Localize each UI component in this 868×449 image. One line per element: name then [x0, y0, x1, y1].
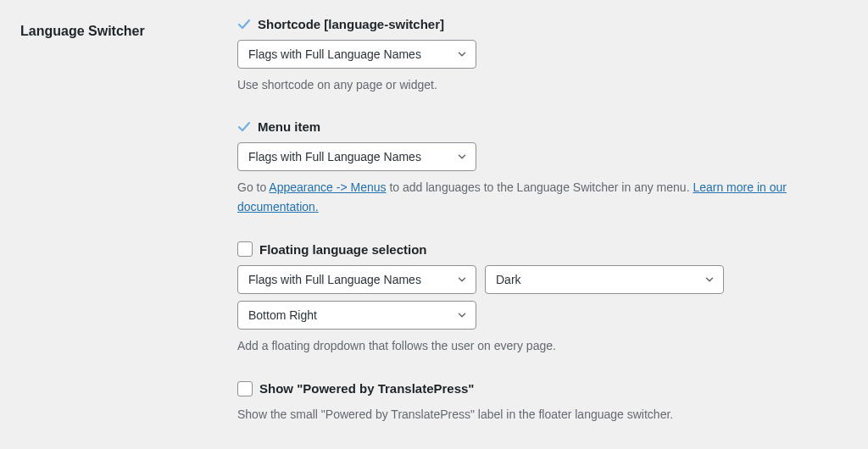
powered-section: Show "Powered by TranslatePress" Show th…	[237, 381, 851, 424]
appearance-menus-link[interactable]: Appearance -> Menus	[269, 180, 386, 194]
floating-style-select[interactable]: Flags with Full Language Names	[237, 265, 476, 294]
menu-item-section: Menu item Flags with Full Language Names…	[237, 119, 851, 216]
menu-item-title: Menu item	[258, 119, 320, 134]
menu-item-helper: Go to Appearance -> Menus to add languag…	[237, 178, 851, 216]
shortcode-section: Shortcode [language-switcher] Flags with…	[237, 17, 851, 94]
floating-helper: Add a floating dropdown that follows the…	[237, 336, 851, 355]
checkmark-icon	[237, 120, 251, 134]
floating-section: Floating language selection Flags with F…	[237, 241, 851, 355]
checkmark-icon	[237, 18, 251, 31]
powered-helper: Show the small "Powered by TranslatePres…	[237, 405, 851, 424]
floating-title: Floating language selection	[259, 242, 427, 257]
menu-item-style-select[interactable]: Flags with Full Language Names	[237, 142, 476, 171]
powered-title: Show "Powered by TranslatePress"	[259, 381, 474, 396]
floating-theme-select[interactable]: Dark	[485, 265, 724, 294]
powered-checkbox[interactable]	[237, 381, 253, 396]
shortcode-style-select[interactable]: Flags with Full Language Names	[237, 40, 476, 69]
floating-position-select[interactable]: Bottom Right	[237, 301, 476, 330]
shortcode-title: Shortcode [language-switcher]	[258, 17, 444, 31]
section-heading: Language Switcher	[20, 24, 237, 39]
shortcode-helper: Use shortcode on any page or widget.	[237, 75, 851, 94]
floating-checkbox[interactable]	[237, 241, 253, 257]
